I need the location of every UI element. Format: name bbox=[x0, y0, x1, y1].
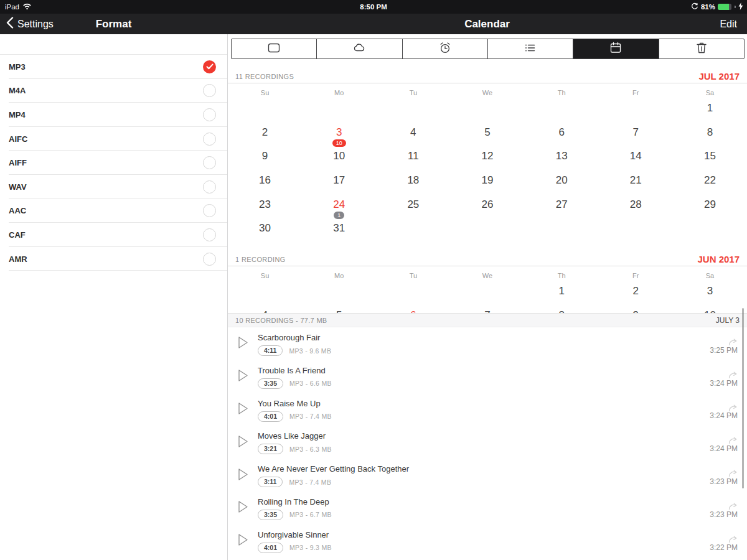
format-list: MP3M4AMP4AIFCAIFFWAVAACCAFAMR bbox=[0, 54, 227, 271]
play-icon[interactable] bbox=[238, 468, 248, 483]
calendar-day[interactable]: 2 bbox=[228, 126, 302, 150]
play-icon[interactable] bbox=[238, 533, 248, 549]
calendar-day[interactable]: 18 bbox=[376, 174, 450, 198]
day-number: 22 bbox=[704, 174, 716, 187]
format-option-mp4[interactable]: MP4 bbox=[0, 103, 227, 127]
calendar-day[interactable]: 17 bbox=[302, 174, 376, 198]
calendar-day[interactable]: 30 bbox=[228, 222, 302, 246]
recording-row[interactable]: Scarborough Fair4:11MP3 - 9.6 MB3:25 PM bbox=[228, 327, 747, 360]
calendar-day[interactable]: 23 bbox=[228, 198, 302, 222]
weekday-label: Th bbox=[525, 272, 599, 279]
recording-row[interactable]: Unforgivable Sinner4:01MP3 - 9.3 MB3:22 … bbox=[228, 525, 747, 558]
radio-checked-icon[interactable] bbox=[203, 60, 216, 73]
calendar-day[interactable]: 2 bbox=[599, 284, 673, 309]
calendar-day[interactable]: 14 bbox=[599, 149, 673, 174]
month-header: 1 RECORDINGJUN 2017 bbox=[228, 253, 747, 266]
recording-meta: MP3 - 7.4 MB bbox=[289, 478, 331, 486]
play-icon[interactable] bbox=[238, 500, 248, 516]
weekday-label: Mo bbox=[302, 89, 376, 96]
recording-row[interactable]: Trouble Is A Friend3:35MP3 - 6.6 MB3:24 … bbox=[228, 360, 747, 393]
day-number: 8 bbox=[707, 126, 713, 139]
day-number: 19 bbox=[482, 174, 494, 187]
radio-unchecked-icon[interactable] bbox=[203, 204, 216, 217]
toolbar-segment-list[interactable] bbox=[487, 39, 573, 58]
recordings-date-label: JULY 3 bbox=[716, 316, 740, 325]
format-option-m4a[interactable]: M4A bbox=[0, 79, 227, 103]
radio-unchecked-icon[interactable] bbox=[203, 133, 216, 146]
format-option-label: M4A bbox=[9, 86, 26, 95]
day-number: 1 bbox=[558, 285, 564, 297]
play-icon[interactable] bbox=[238, 435, 248, 450]
toolbar-segment-trash[interactable] bbox=[659, 39, 744, 58]
scrollbar[interactable] bbox=[742, 308, 744, 488]
calendar-day bbox=[450, 222, 524, 246]
recording-row[interactable]: You Raise Me Up4:01MP3 - 7.4 MB3:24 PM bbox=[228, 393, 747, 426]
calendar-day[interactable]: 25 bbox=[376, 198, 450, 222]
calendar-day[interactable]: 15 bbox=[673, 149, 747, 174]
calendar-day[interactable]: 310 bbox=[302, 126, 376, 150]
calendar-day[interactable]: 3 bbox=[673, 284, 747, 309]
radio-unchecked-icon[interactable] bbox=[203, 253, 216, 266]
play-icon[interactable] bbox=[238, 336, 248, 352]
calendar-day[interactable]: 31 bbox=[302, 222, 376, 246]
day-number: 24 bbox=[333, 198, 345, 211]
radio-unchecked-icon[interactable] bbox=[203, 108, 216, 121]
calendar-day[interactable]: 20 bbox=[525, 174, 599, 198]
calendar-day[interactable]: 19 bbox=[450, 174, 524, 198]
day-number: 15 bbox=[704, 150, 716, 162]
recording-row[interactable]: Rolling In The Deep3:35MP3 - 6.7 MB3:23 … bbox=[228, 492, 747, 525]
calendar-day[interactable]: 9 bbox=[228, 149, 302, 174]
calendar-day[interactable]: 26 bbox=[450, 198, 524, 222]
calendar-day[interactable]: 27 bbox=[525, 198, 599, 222]
toolbar-segment-cloud[interactable] bbox=[316, 39, 402, 58]
format-option-aac[interactable]: AAC bbox=[0, 199, 227, 223]
calendar-day bbox=[376, 222, 450, 246]
radio-unchecked-icon[interactable] bbox=[203, 156, 216, 169]
format-option-aifc[interactable]: AIFC bbox=[0, 127, 227, 151]
app-window: iPad 8:50 PM 81% Format bbox=[0, 0, 747, 560]
calendar-day[interactable]: 8 bbox=[673, 126, 747, 150]
format-option-amr[interactable]: AMR bbox=[0, 247, 227, 271]
day-number: 3 bbox=[707, 285, 713, 297]
play-icon[interactable] bbox=[238, 369, 248, 385]
calendar-day[interactable]: 10 bbox=[302, 149, 376, 174]
recording-row[interactable]: We Are Never Ever Getting Back Together3… bbox=[228, 459, 747, 492]
calendar-day bbox=[376, 101, 450, 126]
recording-title: We Are Never Ever Getting Back Together bbox=[258, 464, 747, 474]
recording-body: Unforgivable Sinner4:01MP3 - 9.3 MB bbox=[258, 525, 747, 553]
calendar-day bbox=[302, 284, 376, 309]
toolbar-segment-calendar[interactable] bbox=[573, 39, 658, 58]
calendar-day[interactable]: 29 bbox=[673, 198, 747, 222]
calendar-day[interactable]: 28 bbox=[599, 198, 673, 222]
format-option-aiff[interactable]: AIFF bbox=[0, 151, 227, 175]
day-number: 17 bbox=[333, 174, 345, 187]
calendar-day[interactable]: 13 bbox=[525, 149, 599, 174]
calendar-day[interactable]: 11 bbox=[376, 149, 450, 174]
calendar-day[interactable]: 1 bbox=[673, 101, 747, 126]
calendar-day[interactable]: 21 bbox=[599, 174, 673, 198]
calendar-day[interactable]: 6 bbox=[525, 126, 599, 150]
calendar-day[interactable]: 7 bbox=[599, 126, 673, 150]
radio-unchecked-icon[interactable] bbox=[203, 180, 216, 194]
recording-row[interactable]: Moves Like Jagger3:21MP3 - 6.3 MB3:24 PM bbox=[228, 426, 747, 459]
radio-unchecked-icon[interactable] bbox=[203, 84, 216, 97]
radio-unchecked-icon[interactable] bbox=[203, 228, 216, 241]
calendar-day[interactable]: 1 bbox=[525, 284, 599, 309]
alarm-icon bbox=[438, 40, 453, 58]
calendar-day[interactable]: 12 bbox=[450, 149, 524, 174]
calendar-day[interactable]: 16 bbox=[228, 174, 302, 198]
calendar-day[interactable]: 4 bbox=[376, 126, 450, 150]
calendar-day[interactable]: 241 bbox=[302, 198, 376, 222]
format-option-mp3[interactable]: MP3 bbox=[0, 55, 227, 79]
format-option-wav[interactable]: WAV bbox=[0, 175, 227, 199]
edit-button[interactable]: Edit bbox=[720, 14, 737, 34]
toolbar-segment-card[interactable] bbox=[232, 39, 316, 58]
play-icon[interactable] bbox=[238, 402, 248, 418]
format-option-label: WAV bbox=[9, 182, 27, 192]
calendar-day[interactable]: 22 bbox=[673, 174, 747, 198]
duration-badge: 3:21 bbox=[258, 444, 283, 454]
calendar-day[interactable]: 5 bbox=[450, 126, 524, 150]
toolbar-segment-alarm[interactable] bbox=[402, 39, 487, 58]
format-option-caf[interactable]: CAF bbox=[0, 223, 227, 247]
back-button[interactable]: Settings bbox=[6, 14, 54, 34]
